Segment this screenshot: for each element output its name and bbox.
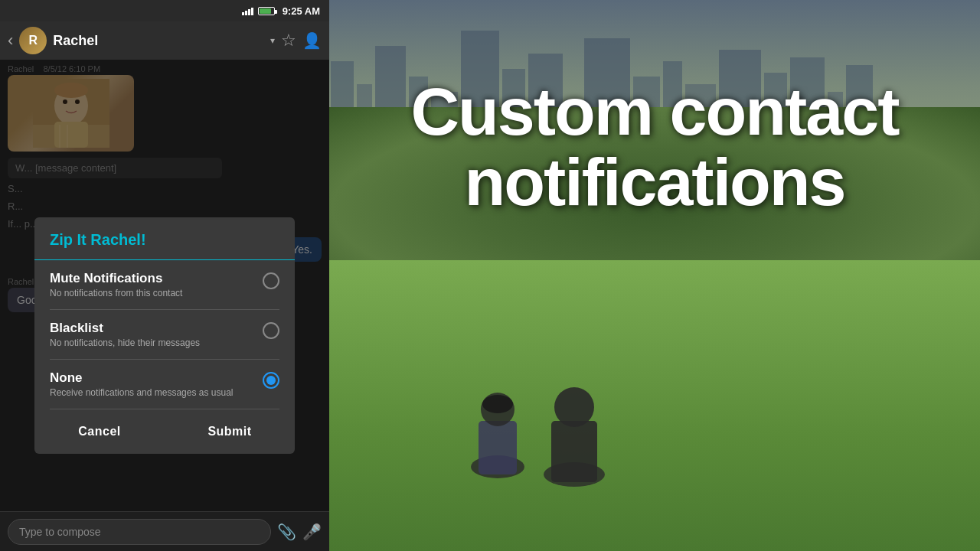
- option-blacklist-desc: No notifications, hide their messages: [50, 337, 255, 348]
- radio-mute[interactable]: [263, 272, 279, 289]
- back-arrow-icon[interactable]: ‹: [8, 31, 13, 51]
- dialog-box: Zip It Rachel! Mute Notifications No not…: [34, 217, 295, 454]
- dialog-actions: Cancel Submit: [34, 409, 295, 454]
- contact-avatar: R: [19, 27, 47, 54]
- overlay-heading: Custom contact notifications: [368, 77, 942, 218]
- signal-icon: [242, 6, 253, 15]
- network-indicator: ▾: [270, 35, 275, 46]
- svg-point-6: [554, 387, 594, 427]
- dialog-option-blacklist[interactable]: Blacklist No notifications, hide their m…: [34, 310, 295, 359]
- status-bar: 9:25 AM: [0, 0, 329, 21]
- option-mute-desc: No notifications from this contact: [50, 288, 255, 298]
- contact-add-icon[interactable]: 👤: [302, 31, 322, 50]
- option-mute-text: Mute Notifications No notifications from…: [50, 271, 255, 298]
- battery-icon: [258, 7, 275, 15]
- dialog-title: Zip It Rachel!: [34, 217, 295, 260]
- input-bar: Type to compose 📎 🎤: [0, 511, 329, 551]
- option-mute-label: Mute Notifications: [50, 271, 255, 286]
- compose-input[interactable]: Type to compose: [8, 519, 271, 545]
- contact-name-label: Rachel: [53, 33, 264, 49]
- dialog-overlay: Zip It Rachel! Mute Notifications No not…: [0, 60, 329, 511]
- svg-rect-1: [479, 421, 517, 474]
- svg-point-3: [482, 395, 513, 413]
- svg-rect-5: [551, 421, 597, 482]
- radio-none[interactable]: [263, 372, 279, 389]
- chat-area: Rachel 8/5/12 6:10 PM: [0, 60, 329, 511]
- people-silhouettes: [421, 298, 727, 497]
- attach-icon[interactable]: 📎: [277, 523, 296, 541]
- star-icon[interactable]: ☆: [281, 31, 296, 51]
- dialog-option-none[interactable]: None Receive notifications and messages …: [34, 360, 295, 409]
- submit-button[interactable]: Submit: [165, 416, 295, 448]
- cancel-button[interactable]: Cancel: [34, 416, 165, 448]
- option-none-label: None: [50, 370, 255, 386]
- mic-icon[interactable]: 🎤: [302, 523, 322, 541]
- park-background: Custom contact notifications: [329, 0, 980, 551]
- option-blacklist-label: Blacklist: [50, 321, 255, 336]
- dialog-option-mute[interactable]: Mute Notifications No notifications from…: [34, 260, 295, 309]
- radio-blacklist[interactable]: [263, 322, 279, 339]
- radio-dot: [266, 376, 276, 385]
- option-blacklist-text: Blacklist No notifications, hide their m…: [50, 321, 255, 348]
- option-none-text: None Receive notifications and messages …: [50, 370, 255, 398]
- status-time: 9:25 AM: [283, 5, 320, 17]
- top-bar: ‹ R Rachel ▾ ☆ 👤: [0, 21, 329, 60]
- phone-mockup: 9:25 AM ‹ R Rachel ▾ ☆ 👤 Rachel 8/5/12 6…: [0, 0, 329, 551]
- option-none-desc: Receive notifications and messages as us…: [50, 387, 255, 398]
